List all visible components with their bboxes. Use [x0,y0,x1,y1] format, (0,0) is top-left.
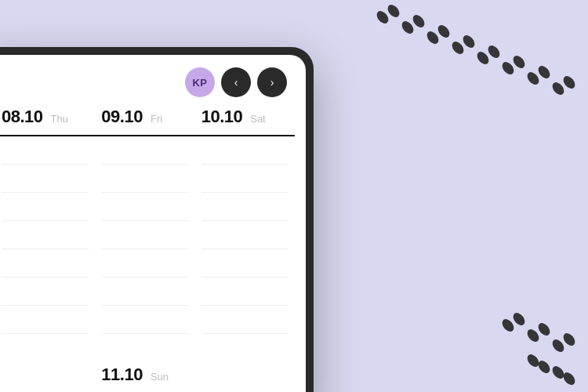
svg-point-18 [525,327,542,344]
column-08-10: 08.10 Thu [0,107,95,357]
time-line [101,136,188,165]
time-line [201,334,289,357]
date-08-10: 08.10 [2,107,43,127]
svg-point-2 [400,19,416,36]
time-line [2,278,89,306]
svg-point-3 [411,13,427,30]
column-10-10: 10.10 Sat [195,107,295,357]
svg-point-15 [561,74,578,91]
prev-button[interactable]: ‹ [221,67,251,97]
col-header-08-10: 08.10 Thu [0,107,95,136]
svg-point-20 [550,337,567,354]
svg-point-7 [461,33,477,50]
svg-point-24 [550,364,567,381]
time-line [101,221,188,249]
time-line [2,306,89,334]
col-header-09-10: 09.10 Fri [95,107,194,136]
time-line [201,278,289,306]
time-line [201,249,289,278]
time-line [101,249,188,278]
day-08-10: Thu [51,113,68,125]
svg-point-17 [511,310,528,328]
col-header-10-10: 10.10 Sat [195,107,295,136]
time-line [2,249,89,278]
time-line [201,221,289,249]
date-11-10: 11.10 [101,365,143,385]
svg-point-5 [436,23,452,40]
svg-point-1 [386,2,402,20]
time-line [101,306,188,334]
day-10-10: Sat [250,113,266,125]
svg-point-13 [536,64,553,81]
time-line [101,165,188,193]
time-line [201,165,289,193]
svg-point-14 [550,80,567,97]
bottom-col-empty-2 [195,365,295,392]
prev-icon: ‹ [234,76,238,89]
calendar-header: KP ‹ › [0,55,306,107]
time-line [2,193,89,221]
svg-point-4 [425,29,441,46]
svg-point-19 [536,321,553,338]
time-line [201,136,289,165]
avatar: KP [185,67,215,97]
svg-point-21 [561,331,578,348]
time-line [2,221,89,249]
footprint-trail-top-right [375,2,578,97]
day-11-10: Sun [151,371,169,383]
svg-point-10 [500,60,517,77]
time-line [2,165,89,193]
bottom-col-11-10: 11.10 Sun 09:30 Marathon [95,365,194,392]
next-icon: › [270,76,274,89]
calendar-grid: 08.10 Thu [0,107,306,357]
svg-point-11 [511,53,528,71]
svg-point-0 [375,9,391,26]
next-button[interactable]: › [257,67,287,97]
bottom-row: 11.10 Sun 09:30 Marathon [0,357,306,392]
time-line [201,306,289,334]
day-09-10: Fri [151,113,162,125]
time-line [101,193,188,221]
svg-point-6 [450,39,466,56]
bottom-col-header-11-10: 11.10 Sun [101,365,188,392]
date-09-10: 09.10 [101,107,143,127]
screen-content: KP ‹ › 08.10 Thu [0,55,306,392]
time-line [201,193,289,221]
tablet-device: KP ‹ › 08.10 Thu [0,47,314,392]
svg-point-22 [525,352,542,369]
svg-point-8 [475,49,492,67]
col-lines-08-10 [0,136,95,357]
col-lines-10-10 [195,136,295,357]
bottom-col-empty-1 [0,365,95,392]
avatar-initials: KP [192,77,207,89]
svg-point-23 [536,358,553,376]
time-line [2,334,89,357]
date-10-10: 10.10 [201,107,243,127]
footprint-trail-bottom-right [500,310,578,387]
col-lines-09-10 [95,136,194,357]
svg-point-25 [561,370,578,387]
svg-point-12 [525,70,542,87]
column-09-10: 09.10 Fri [95,107,194,357]
tablet-screen: KP ‹ › 08.10 Thu [0,55,306,392]
time-line [101,334,188,357]
time-line [101,278,188,306]
svg-point-9 [486,43,503,60]
time-line [2,136,89,165]
svg-point-16 [500,317,517,334]
